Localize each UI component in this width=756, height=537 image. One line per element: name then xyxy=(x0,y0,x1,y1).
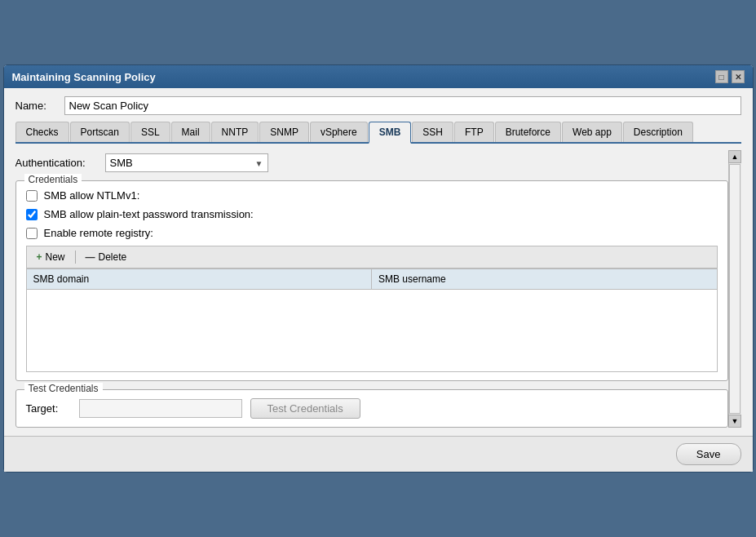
new-label: New xyxy=(46,251,65,263)
new-button[interactable]: + New xyxy=(33,250,69,264)
tab-portscan[interactable]: Portscan xyxy=(70,122,130,142)
name-label: Name: xyxy=(15,100,56,112)
tab-nntp[interactable]: NNTP xyxy=(211,122,259,142)
minus-icon: — xyxy=(86,251,95,263)
auth-select-wrapper: SMB Kerberos NTLM xyxy=(105,153,268,172)
footer: Save xyxy=(4,436,753,472)
tab-snmp[interactable]: SNMP xyxy=(259,122,309,142)
ntlmv1-checkbox[interactable] xyxy=(26,190,38,202)
table-body xyxy=(27,290,717,371)
main-content: Authentication: SMB Kerberos NTLM Creden… xyxy=(15,150,728,428)
credentials-toolbar: + New — Delete xyxy=(26,246,718,268)
credentials-table: SMB domain SMB username xyxy=(26,268,718,372)
title-bar: Maintaining Scanning Policy □ ✕ xyxy=(4,65,753,88)
delete-button[interactable]: — Delete xyxy=(82,250,130,264)
window-body: Name: Checks Portscan SSL Mail NNTP SNMP… xyxy=(4,88,753,436)
plus-icon: + xyxy=(37,251,42,263)
table-header: SMB domain SMB username xyxy=(27,269,717,290)
tab-webapp[interactable]: Web app xyxy=(562,122,622,142)
save-button[interactable]: Save xyxy=(676,443,741,465)
tabs-bar: Checks Portscan SSL Mail NNTP SNMP vSphe… xyxy=(15,122,741,144)
tab-ssl[interactable]: SSL xyxy=(130,122,170,142)
plaintext-label: SMB allow plain-text password transmissi… xyxy=(44,208,254,220)
col-smb-username: SMB username xyxy=(372,269,717,289)
auth-row: Authentication: SMB Kerberos NTLM xyxy=(15,150,728,172)
auth-label: Authentication: xyxy=(15,157,97,169)
target-label: Target: xyxy=(26,402,71,415)
close-button[interactable]: ✕ xyxy=(732,70,745,83)
tab-mail[interactable]: Mail xyxy=(171,122,210,142)
scroll-track[interactable] xyxy=(729,164,741,414)
auth-select[interactable]: SMB Kerberos NTLM xyxy=(105,153,268,172)
tab-smb[interactable]: SMB xyxy=(369,122,412,144)
test-row: Target: Test Credentials xyxy=(26,398,718,419)
tab-ftp[interactable]: FTP xyxy=(454,122,494,142)
window-title: Maintaining Scanning Policy xyxy=(12,71,156,83)
test-credentials-legend: Test Credentials xyxy=(24,383,103,394)
remote-registry-checkbox[interactable] xyxy=(26,228,38,239)
scroll-down-button[interactable]: ▼ xyxy=(728,415,741,428)
credentials-legend: Credentials xyxy=(24,174,82,185)
delete-label: Delete xyxy=(99,251,127,263)
ntlmv1-row: SMB allow NTLMv1: xyxy=(26,189,718,202)
scrollbar: ▲ ▼ xyxy=(728,150,741,428)
credentials-group: Credentials SMB allow NTLMv1: SMB allow … xyxy=(15,180,728,381)
ntlmv1-label: SMB allow NTLMv1: xyxy=(44,189,140,202)
toolbar-separator xyxy=(75,251,76,264)
title-bar-controls: □ ✕ xyxy=(715,70,745,83)
tab-ssh[interactable]: SSH xyxy=(412,122,453,142)
remote-registry-row: Enable remote registry: xyxy=(26,227,718,239)
target-input[interactable] xyxy=(79,399,242,418)
content-scroll-area: Authentication: SMB Kerberos NTLM Creden… xyxy=(15,150,741,428)
tab-checks[interactable]: Checks xyxy=(15,122,69,142)
plaintext-checkbox[interactable] xyxy=(26,209,38,220)
col-smb-domain: SMB domain xyxy=(27,269,373,289)
tab-bruteforce[interactable]: Bruteforce xyxy=(495,122,561,142)
name-input[interactable] xyxy=(64,96,741,115)
test-credentials-button[interactable]: Test Credentials xyxy=(250,398,360,419)
test-credentials-group: Test Credentials Target: Test Credential… xyxy=(15,389,728,428)
restore-button[interactable]: □ xyxy=(715,70,728,83)
tab-vsphere[interactable]: vSphere xyxy=(310,122,368,142)
scroll-up-button[interactable]: ▲ xyxy=(728,150,741,163)
name-row: Name: xyxy=(15,96,741,115)
plaintext-row: SMB allow plain-text password transmissi… xyxy=(26,208,718,220)
remote-registry-label: Enable remote registry: xyxy=(44,227,153,239)
tab-description[interactable]: Description xyxy=(623,122,693,142)
main-window: Maintaining Scanning Policy □ ✕ Name: Ch… xyxy=(3,64,754,473)
